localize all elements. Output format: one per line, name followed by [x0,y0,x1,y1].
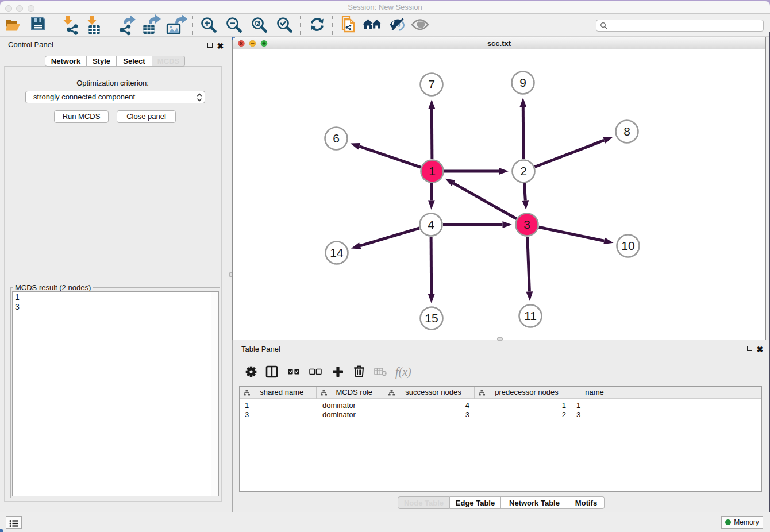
svg-text:4: 4 [428,218,434,231]
svg-text:10: 10 [621,239,634,252]
svg-text:7: 7 [428,78,435,91]
svg-text:3: 3 [523,218,530,231]
svg-text:8: 8 [623,125,630,138]
svg-text:14: 14 [330,246,344,259]
svg-text:11: 11 [524,309,537,322]
svg-text:f(x): f(x) [395,365,411,379]
svg-text:2: 2 [520,164,527,178]
svg-text:6: 6 [333,132,340,145]
svg-text:15: 15 [425,311,438,325]
svg-text:1: 1 [429,164,436,178]
svg-text:9: 9 [519,76,526,89]
